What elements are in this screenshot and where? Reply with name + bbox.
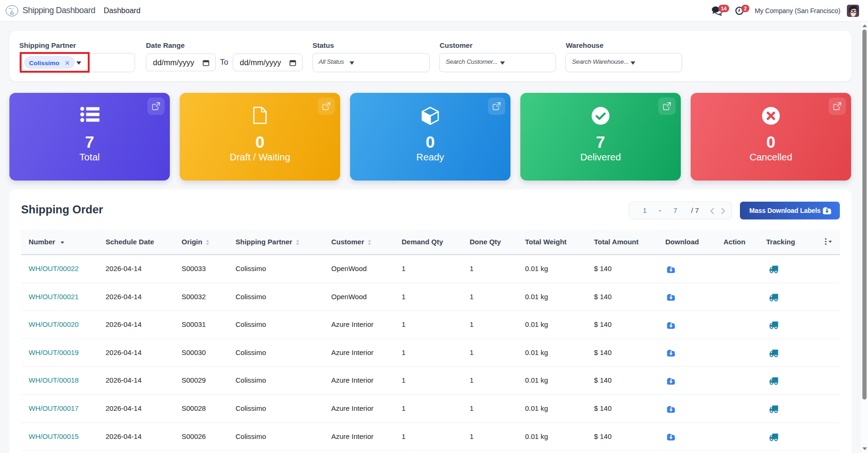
svg-text:o: o xyxy=(9,7,10,9)
